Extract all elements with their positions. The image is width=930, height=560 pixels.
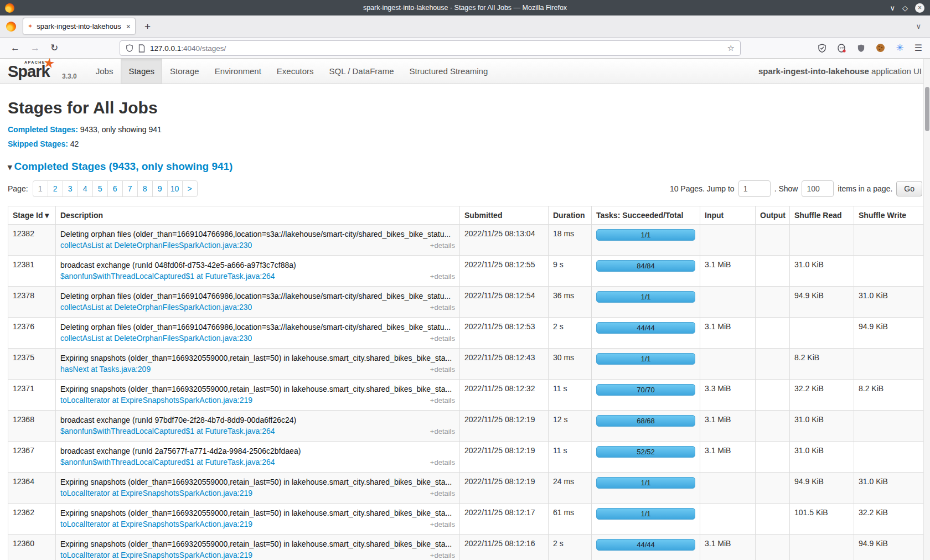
- shuffle-write-cell: 94.9 KiB: [854, 535, 924, 560]
- menu-icon[interactable]: ☰: [914, 44, 922, 53]
- tab-close-icon[interactable]: ×: [126, 22, 131, 31]
- page-scrollbar[interactable]: [923, 59, 930, 560]
- nav-item-environment[interactable]: Environment: [207, 59, 269, 84]
- tasks-progress-bar: 1/1: [596, 291, 695, 303]
- column-header-stage-id[interactable]: Stage Id ▾: [8, 206, 56, 225]
- description-cell: Expiring snapshots (older_than=166932055…: [56, 380, 460, 411]
- url-text[interactable]: 127.0.0.1:4040/stages/: [150, 44, 226, 53]
- details-toggle[interactable]: +details: [430, 240, 455, 251]
- column-header-duration[interactable]: Duration: [549, 206, 592, 225]
- submitted-cell: 2022/11/25 08:12:19: [460, 442, 549, 473]
- details-toggle[interactable]: +details: [430, 426, 455, 437]
- nav-item-sql-dataframe[interactable]: SQL / DataFrame: [322, 59, 402, 84]
- browser-tab[interactable]: ✶ spark-ingest-into-lakehous ×: [23, 18, 136, 35]
- column-header-submitted[interactable]: Submitted: [460, 206, 549, 225]
- scrollbar-thumb[interactable]: [925, 87, 929, 131]
- completed-stages-link[interactable]: Completed Stages:: [8, 125, 78, 134]
- extension-asterisk-icon[interactable]: ✳: [896, 44, 903, 53]
- shuffle-read-cell: 31.0 KiB: [790, 442, 854, 473]
- stage-description-text: Expiring snapshots (older_than=166932055…: [60, 384, 455, 395]
- column-header-shuffle-write[interactable]: Shuffle Write: [854, 206, 924, 225]
- stage-detail-link[interactable]: $anonfun$withThreadLocalCaptured$1 at Fu…: [60, 271, 275, 282]
- window-title: spark-ingest-into-lakehouse - Stages for…: [0, 4, 930, 12]
- back-button[interactable]: ←: [11, 43, 20, 54]
- details-toggle[interactable]: +details: [430, 302, 455, 313]
- skipped-stages-value: 42: [68, 139, 79, 148]
- stage-detail-link[interactable]: toLocalIterator at ExpireSnapshotsSparkA…: [60, 395, 252, 406]
- window-close-icon[interactable]: ×: [915, 3, 924, 13]
- stage-detail-link[interactable]: collectAsList at DeleteOrphanFilesSparkA…: [60, 240, 252, 251]
- stage-detail-link[interactable]: $anonfun$withThreadLocalCaptured$1 at Fu…: [60, 457, 275, 468]
- details-toggle[interactable]: +details: [430, 271, 455, 282]
- table-row-stage-12368: 12368broadcast exchange (runId 97bdf70e-…: [8, 411, 924, 442]
- page-info-icon[interactable]: [138, 44, 145, 53]
- column-header-tasks-succeeded-total[interactable]: Tasks: Succeeded/Total: [592, 206, 700, 225]
- stage-detail-link[interactable]: collectAsList at DeleteOrphanFilesSparkA…: [60, 333, 252, 344]
- skipped-stages-link[interactable]: Skipped Stages:: [8, 139, 68, 148]
- details-toggle[interactable]: +details: [430, 395, 455, 406]
- details-toggle[interactable]: +details: [430, 519, 455, 530]
- new-tab-button[interactable]: +: [144, 20, 151, 33]
- stages-table: Stage Id ▾DescriptionSubmittedDurationTa…: [8, 206, 924, 560]
- page-button-5[interactable]: 5: [92, 180, 108, 197]
- section-title: Completed Stages (9433, only showing 941…: [14, 160, 233, 172]
- stage-description-callsite: collectAsList at DeleteOrphanFilesSparkA…: [60, 302, 455, 313]
- stage-detail-link[interactable]: toLocalIterator at ExpireSnapshotsSparkA…: [60, 519, 252, 530]
- details-toggle[interactable]: +details: [430, 333, 455, 344]
- nav-item-executors[interactable]: Executors: [269, 59, 322, 84]
- forward-button[interactable]: →: [30, 43, 40, 54]
- page-button-4[interactable]: 4: [78, 180, 93, 197]
- tasks-progress-bar: 68/68: [596, 415, 695, 427]
- reload-button[interactable]: ↻: [50, 42, 58, 54]
- description-cell: Deleting orphan files (older_than=166910…: [56, 287, 460, 318]
- url-bar[interactable]: 127.0.0.1:4040/stages/ ☆: [120, 40, 741, 56]
- nav-item-storage[interactable]: Storage: [162, 59, 207, 84]
- stage-detail-link[interactable]: collectAsList at DeleteOrphanFilesSparkA…: [60, 302, 252, 313]
- jump-to-input[interactable]: [738, 180, 771, 197]
- page-button-1[interactable]: 1: [33, 180, 48, 197]
- nav-item-stages[interactable]: Stages: [121, 59, 162, 84]
- page-button-2[interactable]: 2: [48, 180, 63, 197]
- submitted-cell: 2022/11/25 08:13:04: [460, 225, 549, 256]
- page-button-7[interactable]: 7: [122, 180, 138, 197]
- description-cell: broadcast exchange (runId 2a75677f-a771-…: [56, 442, 460, 473]
- bookmark-star-icon[interactable]: ☆: [727, 43, 735, 53]
- extension-ublock-icon[interactable]: [857, 44, 865, 53]
- show-count-input[interactable]: [802, 180, 834, 197]
- stage-detail-link[interactable]: toLocalIterator at ExpireSnapshotsSparkA…: [60, 550, 252, 560]
- column-header-description[interactable]: Description: [56, 206, 460, 225]
- details-toggle[interactable]: +details: [430, 550, 455, 560]
- extension-mask-icon[interactable]: [837, 44, 846, 53]
- page-button-10[interactable]: 10: [167, 180, 183, 197]
- stage-detail-link[interactable]: hasNext at Tasks.java:209: [60, 364, 151, 375]
- list-all-tabs-icon[interactable]: ∨: [916, 22, 921, 30]
- extension-shield-check-icon[interactable]: [818, 44, 826, 53]
- page-button-6[interactable]: 6: [107, 180, 123, 197]
- column-header-shuffle-read[interactable]: Shuffle Read: [790, 206, 854, 225]
- spark-logo[interactable]: APACHE Spark ★: [8, 60, 59, 82]
- duration-cell: 30 ms: [549, 349, 592, 380]
- details-toggle[interactable]: +details: [430, 488, 455, 499]
- column-header-input[interactable]: Input: [700, 206, 756, 225]
- page-button-9[interactable]: 9: [152, 180, 168, 197]
- shield-permissions-icon[interactable]: [126, 44, 133, 53]
- application-suffix: application UI: [869, 66, 922, 76]
- window-maximize-icon[interactable]: ◇: [902, 4, 908, 12]
- go-button[interactable]: Go: [896, 181, 922, 196]
- column-header-output[interactable]: Output: [756, 206, 790, 225]
- stage-detail-link[interactable]: toLocalIterator at ExpireSnapshotsSparkA…: [60, 488, 252, 499]
- stage-detail-link[interactable]: $anonfun$withThreadLocalCaptured$1 at Fu…: [60, 426, 275, 437]
- nav-item-jobs[interactable]: Jobs: [88, 59, 121, 84]
- page-next-button[interactable]: >: [182, 180, 198, 197]
- stage-id-cell: 12360: [8, 535, 56, 560]
- details-toggle[interactable]: +details: [430, 457, 455, 468]
- page-button-3[interactable]: 3: [63, 180, 78, 197]
- extension-cookie-icon[interactable]: [876, 43, 885, 53]
- output-cell: [756, 504, 790, 535]
- shuffle-read-cell: 94.9 KiB: [790, 287, 854, 318]
- nav-item-structured-streaming[interactable]: Structured Streaming: [402, 59, 496, 84]
- window-minimize-icon[interactable]: ∨: [890, 4, 895, 12]
- completed-stages-section-header[interactable]: ▾Completed Stages (9433, only showing 94…: [8, 160, 922, 173]
- page-button-8[interactable]: 8: [137, 180, 153, 197]
- details-toggle[interactable]: +details: [430, 364, 455, 375]
